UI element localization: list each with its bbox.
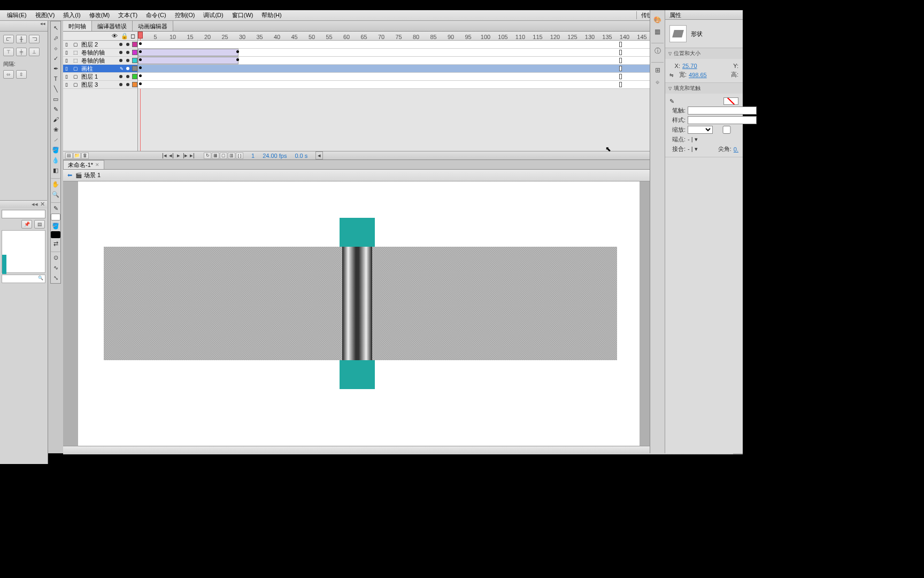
outline-column-icon[interactable]: ◻ — [130, 33, 135, 40]
color-panel-icon[interactable]: 🎨 — [652, 14, 664, 25]
panel-a-icon[interactable]: ◂◂ — [32, 201, 38, 208]
visibility-column-icon[interactable]: 👁 — [112, 33, 117, 39]
layer-row[interactable]: ▯⬚卷轴的轴 — [63, 57, 137, 65]
space-h-icon[interactable]: ⬄ — [3, 70, 14, 79]
eyedropper-tool-icon[interactable]: 💧 — [51, 155, 60, 165]
snap-icon[interactable]: ⊙ — [51, 253, 60, 262]
menu-control[interactable]: 控制(O) — [171, 11, 199, 19]
hinting-checkbox[interactable] — [715, 126, 739, 134]
align-vcenter-icon[interactable]: ╪ — [16, 48, 27, 56]
library-doc-dropdown[interactable] — [2, 210, 45, 218]
timeline-scroll-left-icon[interactable]: ◂ — [315, 151, 323, 159]
tab-motion-editor[interactable]: 动画编辑器 — [133, 21, 173, 31]
align-left-icon[interactable]: ⫍ — [3, 35, 14, 43]
onion-markers-icon[interactable]: [ ] — [236, 153, 243, 159]
info-panel-icon[interactable]: ⓘ — [652, 45, 664, 56]
cap-dropdown[interactable]: - | ▾ — [688, 136, 698, 143]
panel-collapse-icon[interactable]: ◂◂ — [0, 21, 48, 32]
x-value[interactable]: 25.70 — [682, 63, 697, 69]
new-layer-icon[interactable]: ▤ — [65, 153, 73, 159]
position-size-header[interactable]: 位置和大小 — [665, 48, 743, 59]
tab-compiler-errors[interactable]: 编译器错误 — [92, 21, 133, 31]
fill-swatch-icon[interactable]: 🪣 — [51, 221, 60, 231]
loop-icon[interactable]: ↻ — [204, 153, 211, 159]
canvas-cylinder[interactable] — [342, 247, 372, 360]
line-tool-icon[interactable]: ╲ — [51, 84, 60, 94]
zoom-tool-icon[interactable]: 🔍 — [51, 189, 60, 199]
goto-last-icon[interactable]: ▸| — [189, 152, 196, 159]
swap-colors-icon[interactable]: ⇄ — [51, 239, 60, 248]
properties-tab[interactable]: 属性 — [665, 10, 743, 20]
hand-tool-icon[interactable]: ✋ — [51, 179, 60, 189]
close-tab-icon[interactable]: ✕ — [95, 162, 99, 168]
lasso-tool-icon[interactable]: ✓ — [51, 54, 60, 63]
menu-insert[interactable]: 插入(I) — [59, 11, 84, 19]
panel-x-icon[interactable]: ✕ — [40, 201, 45, 208]
lib-pin-icon[interactable]: 📌 — [21, 220, 32, 229]
canvas-teal-bottom[interactable] — [340, 360, 375, 389]
goto-first-icon[interactable]: |◂ — [161, 152, 168, 159]
menu-text[interactable]: 文本(T) — [114, 11, 142, 19]
fill-color-swatch[interactable] — [51, 231, 60, 238]
step-back-icon[interactable]: ◂| — [168, 152, 175, 159]
lock-aspect-icon[interactable]: ⇋ — [669, 72, 674, 78]
layer-row[interactable]: ▯▢图层 3 — [63, 81, 137, 89]
menu-window[interactable]: 窗口(W) — [228, 11, 258, 19]
straighten-icon[interactable]: ⤡ — [51, 273, 60, 283]
new-folder-icon[interactable]: 📁 — [73, 153, 81, 159]
menu-help[interactable]: 帮助(H) — [257, 11, 286, 19]
stroke-color-none[interactable] — [723, 97, 738, 105]
menu-commands[interactable]: 命令(C) — [142, 11, 170, 19]
layer-row[interactable]: ▯▢画柱✎ — [63, 65, 137, 73]
lock-column-icon[interactable]: 🔒 — [121, 33, 126, 40]
stroke-weight-input[interactable] — [688, 107, 757, 115]
transform-panel-icon[interactable]: ⟐ — [652, 77, 664, 87]
document-tab[interactable]: 未命名-1* ✕ — [63, 160, 104, 169]
stroke-swatch-icon[interactable]: ✎ — [51, 203, 60, 213]
play-icon[interactable]: ▸ — [175, 152, 182, 159]
selection-tool-icon[interactable]: ↖ — [51, 23, 60, 33]
lib-new-icon[interactable]: ▤ — [34, 220, 45, 229]
menu-debug[interactable]: 调试(D) — [199, 11, 227, 19]
smooth-icon[interactable]: ∿ — [51, 263, 60, 272]
stage-viewport[interactable] — [63, 181, 743, 454]
stage[interactable] — [78, 181, 640, 449]
width-value[interactable]: 498.65 — [689, 72, 707, 78]
text-tool-icon[interactable]: T — [51, 74, 60, 83]
edit-multi-icon[interactable]: ▥ — [228, 153, 235, 159]
join-dropdown[interactable]: - | ▾ — [688, 146, 698, 153]
align-top-icon[interactable]: ⊤ — [3, 48, 14, 56]
free-transform-tool-icon[interactable]: ⟐ — [51, 43, 60, 53]
pencil-tool-icon[interactable]: ✎ — [51, 104, 60, 114]
canvas-teal-top[interactable] — [340, 218, 375, 247]
align-right-icon[interactable]: ⫎ — [29, 35, 40, 43]
swatches-panel-icon[interactable]: ▦ — [652, 26, 664, 37]
rectangle-tool-icon[interactable]: ▭ — [51, 94, 60, 104]
onion-outline-icon[interactable]: ▢ — [220, 153, 227, 159]
subselection-tool-icon[interactable]: ⬀ — [51, 33, 60, 43]
align-panel-icon[interactable]: ⊞ — [652, 65, 664, 75]
menu-view[interactable]: 视图(V) — [31, 11, 59, 19]
bone-tool-icon[interactable]: ⟋ — [51, 135, 60, 144]
horizontal-scrollbar[interactable] — [63, 446, 733, 454]
delete-layer-icon[interactable]: 🗑 — [81, 153, 89, 159]
playhead[interactable] — [138, 32, 143, 39]
paint-bucket-tool-icon[interactable]: 🪣 — [51, 145, 60, 155]
back-icon[interactable]: ⬅ — [67, 172, 72, 179]
space-v-icon[interactable]: ⇳ — [16, 70, 27, 79]
deco-tool-icon[interactable]: ❀ — [51, 125, 60, 134]
layer-row[interactable]: ▯▢图层 1 — [63, 73, 137, 81]
step-fwd-icon[interactable]: |▸ — [182, 152, 189, 159]
stroke-color-swatch[interactable] — [51, 214, 60, 220]
library-search-input[interactable] — [2, 275, 45, 283]
scene-name[interactable]: 场景 1 — [84, 171, 101, 179]
stroke-style-dropdown[interactable] — [688, 116, 757, 124]
align-hcenter-icon[interactable]: ╫ — [16, 35, 27, 43]
onion-skin-icon[interactable]: ▦ — [212, 153, 219, 159]
fill-stroke-header[interactable]: 填充和笔触 — [665, 83, 743, 94]
pen-tool-icon[interactable]: ✒ — [51, 64, 60, 73]
tab-timeline[interactable]: 时间轴 — [63, 21, 92, 31]
layer-row[interactable]: ▯⬚卷轴的轴 — [63, 49, 137, 57]
align-bottom-icon[interactable]: ⊥ — [29, 48, 40, 56]
layer-row[interactable]: ▯▢图层 2 — [63, 41, 137, 49]
